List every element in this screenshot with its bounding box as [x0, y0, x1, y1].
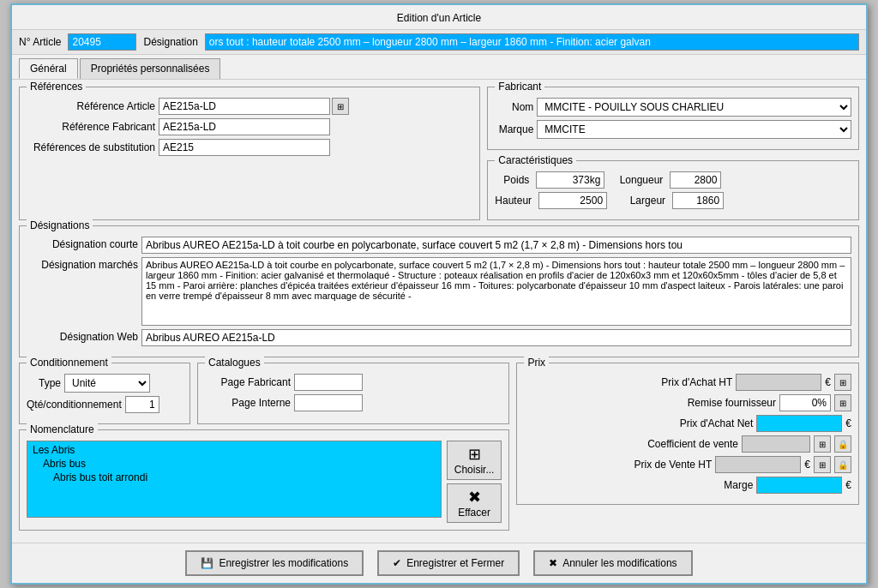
- remise-btn[interactable]: ⊞: [834, 394, 851, 411]
- nomenclature-inner: Les Abris Abris bus Abris bus toit arron…: [27, 441, 502, 523]
- nomen-item-0: Les Abris: [29, 443, 439, 457]
- tab-custom-props[interactable]: Propriétés personnalisées: [80, 58, 221, 79]
- coeff-btn1[interactable]: ⊞: [814, 435, 831, 453]
- marge-label: Marge: [724, 479, 753, 491]
- carac-row1: Poids Longueur: [495, 171, 851, 189]
- hauteur-label: Hauteur: [495, 195, 532, 207]
- footer: 💾 Enregistrer les modifications ✔ Enregi…: [12, 543, 866, 583]
- coeff-label: Coefficient de vente: [647, 438, 738, 450]
- remise-label: Remise fournisseur: [688, 397, 776, 409]
- poids-label: Poids: [495, 174, 529, 186]
- ref-substitution-input[interactable]: [159, 139, 330, 156]
- fabricant-marque-label: Marque: [495, 123, 533, 135]
- ref-substitution-label: Références de substitution: [27, 141, 155, 153]
- article-number-input[interactable]: [68, 33, 136, 51]
- prix-vente-btn[interactable]: ⊞: [814, 456, 831, 473]
- catalogues-group: Catalogues Page Fabricant Page Interne: [197, 363, 509, 424]
- remise-input[interactable]: [779, 394, 831, 411]
- ref-substitution-row: Références de substitution: [27, 139, 472, 156]
- longueur-input[interactable]: [670, 171, 721, 189]
- choisir-button[interactable]: ⊞ Choisir...: [447, 441, 502, 480]
- right-column: Fabricant Nom MMCITE - POUILLY SOUS CHAR…: [487, 87, 859, 220]
- nomenclature-list[interactable]: Les Abris Abris bus Abris bus toit arron…: [27, 441, 442, 518]
- cond-type-select[interactable]: Unité: [64, 374, 150, 393]
- cond-type-label: Type: [27, 377, 61, 389]
- carac-label: Caractéristiques: [495, 154, 576, 166]
- fabricant-marque-select[interactable]: MMCITE: [537, 120, 851, 139]
- desig-web-row: Désignation Web: [27, 329, 851, 346]
- left-bottom: Conditionnement Type Unité Qté/condition…: [19, 363, 509, 531]
- fabricant-nom-label: Nom: [495, 101, 533, 113]
- marge-unit: €: [845, 479, 851, 491]
- longueur-label: Longueur: [611, 174, 663, 186]
- enregistrer-modif-button[interactable]: 💾 Enregistrer les modifications: [185, 550, 364, 576]
- ref-article-input[interactable]: [159, 98, 330, 115]
- coeff-row: Coefficient de vente ⊞ 🔒: [524, 435, 851, 453]
- bottom-section: Conditionnement Type Unité Qté/condition…: [19, 363, 859, 531]
- catalogues-label: Catalogues: [205, 357, 264, 369]
- effacer-icon: ✖: [468, 489, 481, 506]
- largeur-input[interactable]: [672, 192, 724, 209]
- marge-row: Marge €: [524, 477, 851, 494]
- fabricant-label: Fabricant: [495, 81, 544, 93]
- coeff-lock-btn[interactable]: 🔒: [834, 435, 851, 453]
- cat-fabricant-row: Page Fabricant: [205, 374, 502, 391]
- designation-input[interactable]: [205, 33, 859, 51]
- designation-label: Désignation: [143, 36, 197, 48]
- desig-marches-textarea[interactable]: Abribus AUREO AE215a-LD à toit courbe en…: [141, 257, 851, 326]
- nomen-item-1: Abris bus: [29, 457, 439, 471]
- prix-achat-net-unit: €: [845, 417, 851, 429]
- article-label: N° Article: [19, 36, 61, 48]
- nomenclature-group: Nomenclature Les Abris Abris bus Abris b…: [19, 429, 509, 531]
- annuler-button[interactable]: ✖ Annuler les modifications: [533, 550, 692, 576]
- ref-fabricant-label: Référence Fabricant: [27, 121, 155, 133]
- prix-vente-ht-input[interactable]: [715, 456, 801, 473]
- prix-vente-lock-btn[interactable]: 🔒: [834, 456, 851, 473]
- fabricant-nom-select[interactable]: MMCITE - POUILLY SOUS CHARLIEU: [537, 98, 851, 117]
- toolbar: N° Article Désignation: [12, 30, 866, 55]
- designations-group: Désignations Désignation courte Désignat…: [19, 225, 859, 357]
- enregistrer-fermer-button[interactable]: ✔ Enregistrer et Fermer: [377, 550, 520, 576]
- nomenclature-buttons: ⊞ Choisir... ✖ Effacer: [447, 441, 502, 523]
- window-title: Edition d'un Article: [397, 12, 481, 24]
- ref-fabricant-row: Référence Fabricant: [27, 118, 472, 135]
- ref-article-row: Référence Article ⊞: [27, 98, 472, 115]
- references-group: Références Référence Article ⊞ Référence…: [19, 87, 480, 220]
- prix-achat-ht-label: Prix d'Achat HT: [661, 376, 732, 388]
- desig-web-label: Désignation Web: [27, 329, 138, 343]
- check-icon: ✔: [393, 557, 401, 569]
- hauteur-input[interactable]: [538, 192, 607, 209]
- remise-row: Remise fournisseur ⊞: [524, 394, 851, 411]
- prix-label: Prix: [524, 357, 549, 369]
- title-bar: Edition d'un Article: [12, 5, 866, 30]
- cond-qte-label: Qté/conditionnement: [27, 399, 122, 411]
- prix-vente-ht-label: Prix de Vente HT: [634, 459, 713, 471]
- effacer-button[interactable]: ✖ Effacer: [447, 483, 502, 523]
- choisir-icon: ⊞: [468, 446, 481, 463]
- prix-group: Prix Prix d'Achat HT € ⊞ Remise fourniss…: [516, 363, 859, 505]
- cond-qte-input[interactable]: [125, 396, 159, 413]
- main-content: Références Référence Article ⊞ Référence…: [12, 80, 866, 543]
- marge-input[interactable]: [756, 477, 842, 494]
- cat-interne-input[interactable]: [294, 394, 363, 411]
- conditionnement-label: Conditionnement: [27, 357, 111, 369]
- poids-input[interactable]: [536, 171, 604, 189]
- cat-interne-label: Page Interne: [205, 397, 291, 409]
- cat-interne-row: Page Interne: [205, 394, 502, 411]
- cat-fabricant-label: Page Fabricant: [205, 376, 291, 388]
- desig-courte-input[interactable]: [141, 237, 851, 254]
- cat-fabricant-input[interactable]: [294, 374, 363, 391]
- prix-achat-ht-btn[interactable]: ⊞: [834, 374, 851, 391]
- ref-article-browse-btn[interactable]: ⊞: [332, 98, 349, 115]
- coeff-input[interactable]: [742, 435, 810, 453]
- conditionnement-group: Conditionnement Type Unité Qté/condition…: [19, 363, 190, 424]
- tab-general[interactable]: Général: [19, 58, 78, 79]
- cond-type-row: Type Unité: [27, 374, 183, 393]
- ref-fabricant-input[interactable]: [159, 118, 330, 135]
- desig-marches-row: Désignation marchés Abribus AUREO AE215a…: [27, 257, 851, 326]
- desig-web-input[interactable]: [141, 329, 851, 346]
- prix-achat-net-input[interactable]: [756, 415, 842, 432]
- prix-achat-ht-input[interactable]: [736, 374, 821, 391]
- references-label: Références: [27, 81, 86, 93]
- caracteristiques-group: Caractéristiques Poids Longueur Hauteur …: [487, 160, 859, 220]
